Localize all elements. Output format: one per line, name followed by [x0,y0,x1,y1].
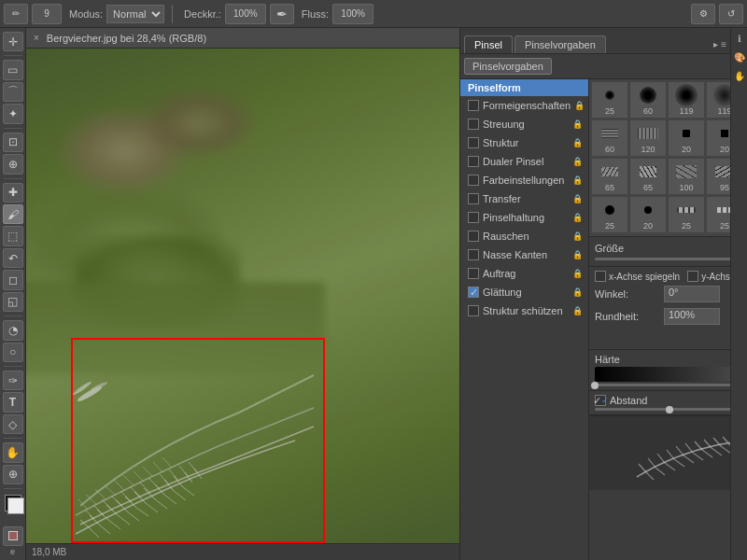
opacity-value[interactable]: 100% [225,4,266,24]
text-tool[interactable]: T [3,392,23,412]
far-right-btn-info[interactable]: ℹ [733,32,746,45]
brush-cell-1-3[interactable]: 20 [706,119,730,157]
brush-cell-0-2[interactable]: 119 [668,81,705,119]
airbrush-icon[interactable]: ✒ [270,4,294,24]
lock-glattung: 🔒 [572,287,583,297]
panel-left: Pinselform Formeigenschaften 🔒 Streuung … [460,79,589,560]
gradient-tool[interactable]: ◱ [3,292,23,312]
svg-line-37 [179,466,188,476]
dodge-tool[interactable]: ○ [3,343,23,362]
blur-tool[interactable]: ◔ [3,320,23,340]
zoom-tool[interactable]: ⊕ [3,465,23,484]
blend-mode-select[interactable]: Normal [106,5,164,23]
settings-icon[interactable]: ⚙ [691,4,715,24]
brush-tool-icon[interactable]: ✏ [4,4,28,24]
check-transfer[interactable] [468,193,479,204]
list-item-dualer-pinsel[interactable]: Dualer Pinsel 🔒 [460,152,588,171]
check-farbeinstellungen[interactable] [468,175,479,186]
lasso-tool[interactable]: ⌒ [3,82,23,102]
brush-cell-3-1[interactable]: 20 [629,196,667,233]
list-item-rauschen[interactable]: Rauschen 🔒 [460,227,588,245]
check-struktur[interactable] [468,137,479,148]
brush-cell-0-0[interactable]: 25 [591,81,628,119]
list-item-struktur-schutzen[interactable]: Struktur schützen 🔒 [460,301,588,320]
brush-cell-3-2[interactable]: 25 [668,196,705,233]
hardness-bar [595,367,730,382]
svg-line-45 [134,471,144,482]
list-item-transfer[interactable]: Transfer 🔒 [460,189,588,208]
roundness-input[interactable]: 100% [664,308,720,325]
canvas-area[interactable]: × Bergviecher.jpg bei 28,4% (RGB/8) [26,28,459,560]
check-y-achse[interactable] [687,271,698,282]
angle-input[interactable]: 0° [664,286,720,302]
check-rauschen[interactable] [468,231,479,242]
brush-cell-2-0[interactable]: 65 [591,158,628,195]
spacing-slider-thumb[interactable] [666,406,673,413]
tool-sep1 [4,55,22,56]
pen-tool[interactable]: ✑ [3,371,23,390]
history-tool[interactable]: ↶ [3,248,23,268]
brush-cell-2-1[interactable]: 65 [629,158,667,195]
brush-cell-1-0[interactable]: 60 [591,119,628,157]
brush-cell-0-1[interactable]: 60 [629,81,667,119]
crop-tool[interactable]: ⊡ [3,133,23,152]
marquee-tool[interactable]: ▭ [3,60,23,79]
check-nasse-kanten[interactable] [468,249,479,260]
quick-mask-tool[interactable] [3,526,23,546]
foreground-color[interactable] [5,495,21,511]
check-glattung[interactable]: ✓ [468,287,479,298]
brush-size-input[interactable]: 9 [32,4,62,24]
hand-tool[interactable]: ✋ [3,442,23,462]
check-pinselhaltung[interactable] [468,212,479,223]
tab-pinsel[interactable]: Pinsel [464,35,513,53]
move-tool[interactable]: ✛ [3,32,23,51]
brush-cell-1-1[interactable]: 120 [629,119,667,157]
panel-arrow-right[interactable]: ▸ ≡ [713,39,726,53]
magic-wand-tool[interactable]: ✦ [3,104,23,123]
list-item-nasse-kanten[interactable]: Nasse Kanten 🔒 [460,245,588,264]
list-item-formeigenschaften[interactable]: Formeigenschaften 🔒 [460,96,588,115]
brush-cell-2-3[interactable]: 95 [706,158,730,195]
brush-tool[interactable]: 🖌 [3,204,23,224]
brush-cell-3-3[interactable]: 25 [706,196,730,233]
brush-cell-2-2[interactable]: 100 [668,158,705,195]
svg-line-41 [95,489,106,500]
check-formeigenschaften[interactable] [468,100,479,111]
tab-pinselvorgaben[interactable]: Pinselvorgaben [514,35,606,53]
brush-cell-3-0[interactable]: 25 [591,196,628,233]
list-item-streuung[interactable]: Streuung 🔒 [460,115,588,133]
check-abstand[interactable]: ✓ [595,395,606,406]
flow-value[interactable]: 100% [332,4,374,24]
preset-button[interactable]: Pinselvorgaben [464,58,552,75]
check-auftrag[interactable] [468,268,479,279]
background-color[interactable] [7,497,24,514]
check-dualer-pinsel[interactable] [468,156,479,167]
canvas-content[interactable]: 18,0 MB [26,49,459,560]
list-item-auftrag[interactable]: Auftrag 🔒 [460,264,588,283]
canvas-close-btn[interactable]: × [34,33,39,43]
stamp-tool[interactable]: ⬚ [3,226,23,245]
svg-line-21 [136,508,148,516]
brush-cell-1-2[interactable]: 20 [668,119,705,157]
check-streuung[interactable] [468,119,479,130]
far-right-btn-color[interactable]: 🎨 [733,50,746,63]
hardness-slider[interactable] [595,384,730,386]
check-x-achse[interactable] [595,271,606,282]
heal-tool[interactable]: ✚ [3,183,23,203]
list-item-struktur[interactable]: Struktur 🔒 [460,133,588,152]
check-struktur-schutzen[interactable] [468,305,479,316]
far-right-btn-hand[interactable]: ✋ [733,69,746,82]
eraser-tool[interactable]: ◻ [3,270,23,289]
hardness-slider-thumb[interactable] [591,382,599,389]
list-item-glattung[interactable]: ✓ Glättung 🔒 [460,283,588,301]
list-item-pinselhaltung[interactable]: Pinselhaltung 🔒 [460,208,588,227]
brush-cell-0-3[interactable]: 119 [706,81,730,119]
brush-row-0: 25 60 119 119 [591,81,730,119]
spacing-slider[interactable] [595,408,730,411]
rotate-icon[interactable]: ↺ [719,4,743,24]
path-tool[interactable]: ◇ [3,414,23,434]
eyedropper-tool[interactable]: ⊕ [3,154,23,174]
main-area: ✛ ▭ ⌒ ✦ ⊡ ⊕ ✚ 🖌 ⬚ ↶ ◻ ◱ ◔ ○ ✑ T ◇ ✋ ⊕ e [0,28,747,560]
size-slider[interactable] [595,258,730,260]
list-item-farbeinstellungen[interactable]: Farbeinstellungen 🔒 [460,171,588,189]
